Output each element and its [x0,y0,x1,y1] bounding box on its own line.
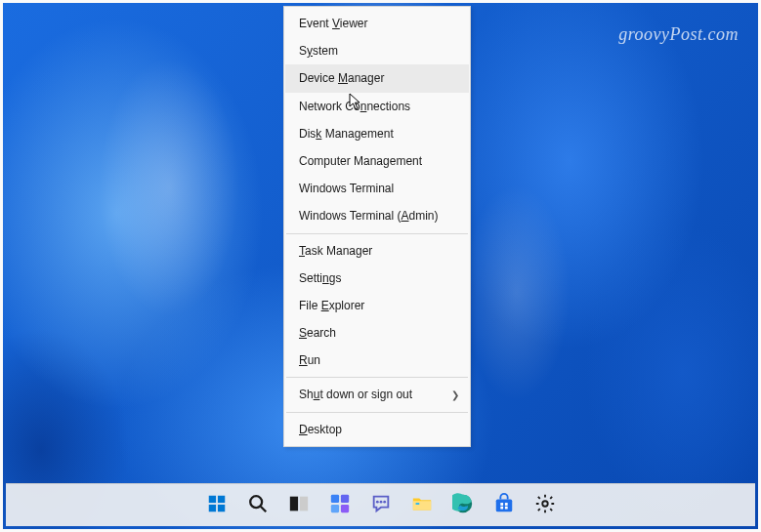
svg-rect-3 [217,504,224,511]
menu-item-label: Settings [299,270,341,286]
menu-item-label: Windows Terminal (Admin) [299,208,439,224]
menu-item[interactable]: Windows Terminal [285,175,469,202]
menu-item-label: Event Viewer [299,16,368,31]
menu-item[interactable]: Shut down or sign out❯ [285,381,469,408]
svg-rect-6 [289,496,297,511]
explorer-icon [411,493,433,518]
menu-separator [286,377,468,378]
settings-icon [534,493,556,518]
menu-item[interactable]: Event Viewer [285,10,469,37]
menu-item[interactable]: Run [285,347,469,374]
menu-item[interactable]: Network Connections [285,93,469,120]
menu-separator [286,412,468,413]
menu-item-label: Windows Terminal [299,181,394,196]
watermark: groovyPost.com [618,24,739,45]
svg-line-5 [260,506,266,512]
svg-point-12 [379,500,382,503]
svg-rect-19 [500,503,503,506]
menu-item[interactable]: Settings [285,265,469,292]
widgets-icon [329,493,351,518]
taskbar [6,483,755,526]
menu-item-label: Task Manager [299,243,372,259]
menu-item[interactable]: System [285,37,469,64]
winx-context-menu: Event ViewerSystemDevice ManagerNetwork … [283,6,471,447]
menu-item-label: Computer Management [299,153,422,169]
svg-rect-0 [208,495,215,502]
svg-point-14 [383,500,386,503]
menu-item-label: Disk Management [299,126,394,142]
svg-point-13 [375,500,378,503]
menu-item-label: Run [299,352,320,368]
menu-item[interactable]: Disk Management [285,120,469,147]
chat-button[interactable] [362,487,400,524]
svg-rect-16 [415,503,419,505]
task-view-icon [288,493,310,518]
settings-button[interactable] [527,487,564,524]
svg-rect-20 [504,503,507,506]
menu-item[interactable]: Computer Management [285,147,469,175]
svg-rect-2 [208,504,215,511]
store-icon [493,493,515,518]
menu-item[interactable]: Windows Terminal (Admin) [285,202,469,229]
menu-item[interactable]: Task Manager [285,237,469,265]
svg-rect-21 [500,506,503,509]
explorer-button[interactable] [403,487,441,524]
menu-item-label: Shut down or sign out [299,387,412,402]
edge-button[interactable] [444,487,482,524]
edge-icon [452,493,474,518]
svg-rect-22 [504,506,507,509]
chevron-right-icon: ❯ [451,389,459,402]
widgets-button[interactable] [321,487,359,524]
svg-point-4 [250,496,262,508]
svg-rect-11 [340,504,348,512]
svg-rect-15 [412,501,430,510]
menu-item[interactable]: Desktop [285,416,469,443]
menu-item[interactable]: File Explorer [285,292,469,319]
search-icon [247,493,269,518]
menu-item-label: Desktop [299,422,342,437]
menu-item-label: Search [299,325,336,341]
svg-point-23 [542,501,548,507]
start-icon [206,493,228,518]
svg-rect-10 [330,504,338,512]
svg-rect-7 [299,496,307,511]
menu-item-label: File Explorer [299,298,364,313]
store-button[interactable] [486,487,523,524]
start-button[interactable] [198,487,235,524]
search-button[interactable] [239,487,276,524]
chat-icon [370,493,392,518]
menu-item-label: System [299,43,338,59]
task-view-button[interactable] [280,487,317,524]
menu-separator [286,233,468,234]
svg-rect-1 [217,495,224,502]
menu-item[interactable]: Search [285,319,469,347]
menu-item[interactable]: Device Manager [285,64,469,92]
svg-rect-8 [330,494,338,502]
svg-rect-9 [340,494,348,502]
svg-rect-18 [495,499,512,512]
menu-item-label: Network Connections [299,99,410,114]
menu-item-label: Device Manager [299,70,384,86]
